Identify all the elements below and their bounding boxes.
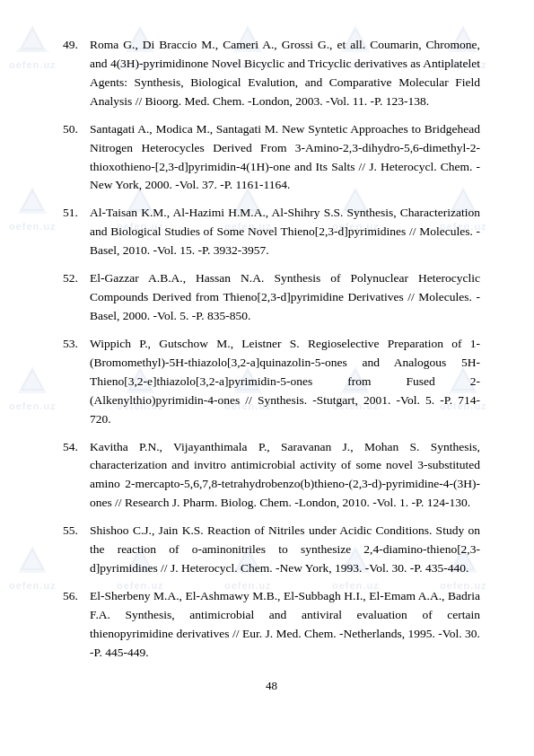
list-item: 50.Santagati A., Modica M., Santagati M.…	[63, 120, 480, 196]
ref-number: 52.	[63, 269, 90, 326]
ref-text: Roma G., Di Braccio M., Cameri A., Gross…	[90, 36, 480, 111]
list-item: 49.Roma G., Di Braccio M., Cameri A., Gr…	[63, 36, 480, 111]
ref-number: 56.	[63, 587, 90, 663]
page-number: 48	[63, 679, 480, 693]
ref-number: 54.	[63, 438, 90, 514]
ref-number: 55.	[63, 522, 90, 578]
ref-text: Shishoo C.J., Jain K.S. Reaction of Nitr…	[90, 522, 480, 578]
ref-text: Santagati A., Modica M., Santagati M. Ne…	[90, 120, 480, 196]
list-item: 53.Wippich P., Gutschow M., Leistner S. …	[63, 335, 480, 429]
watermark-11: oefen.uz	[9, 359, 57, 411]
list-item: 56.El-Sherbeny M.A., El-Ashmawy M.B., El…	[63, 587, 480, 663]
ref-text: El-Gazzar A.B.A., Hassan N.A. Synthesis …	[90, 269, 480, 326]
list-item: 55.Shishoo C.J., Jain K.S. Reaction of N…	[63, 522, 480, 578]
list-item: 54.Kavitha P.N., Vijayanthimala P., Sara…	[63, 438, 480, 514]
watermark-6: oefen.uz	[9, 180, 57, 232]
page-content: 49.Roma G., Di Braccio M., Cameri A., Gr…	[63, 36, 480, 693]
list-item: 51.Al-Taisan K.M., Al-Hazimi H.M.A., Al-…	[63, 204, 480, 260]
reference-list: 49.Roma G., Di Braccio M., Cameri A., Gr…	[63, 36, 480, 663]
ref-text: Wippich P., Gutschow M., Leistner S. Reg…	[90, 335, 480, 429]
ref-number: 53.	[63, 335, 90, 429]
watermark-16: oefen.uz	[9, 539, 57, 591]
list-item: 52.El-Gazzar A.B.A., Hassan N.A. Synthes…	[63, 269, 480, 326]
ref-number: 50.	[63, 120, 90, 196]
ref-text: Al-Taisan K.M., Al-Hazimi H.M.A., Al-Shi…	[90, 204, 480, 260]
ref-text: El-Sherbeny M.A., El-Ashmawy M.B., El-Su…	[90, 587, 480, 663]
ref-number: 49.	[63, 36, 90, 111]
watermark-1: oefen.uz	[9, 18, 57, 70]
ref-text: Kavitha P.N., Vijayanthimala P., Saravan…	[90, 438, 480, 514]
ref-number: 51.	[63, 204, 90, 260]
